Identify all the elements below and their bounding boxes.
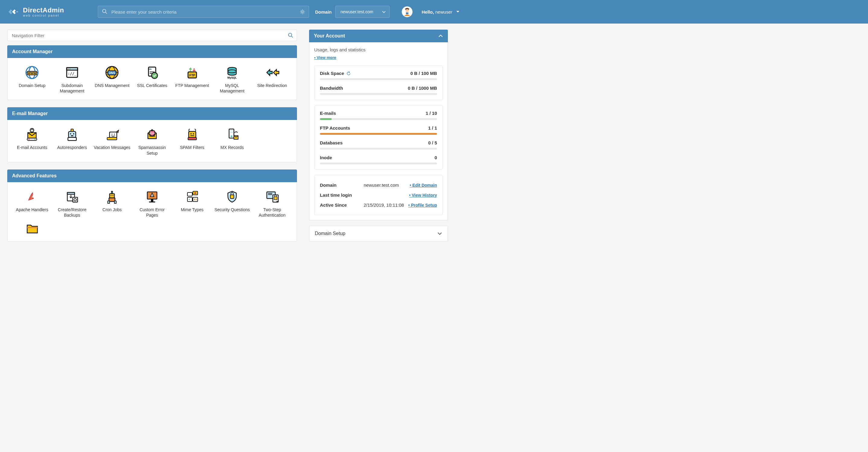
tile-spamass[interactable]: Spamassassin Setup bbox=[134, 127, 171, 156]
tile-vacation[interactable]: Vacation Messages bbox=[94, 127, 131, 156]
tile-label: Apache Handlers bbox=[16, 207, 48, 213]
tile-extra[interactable] bbox=[13, 221, 51, 235]
tile-label: Spamassassin Setup bbox=[134, 145, 171, 156]
user-menu[interactable]: Hello, newuser bbox=[422, 9, 460, 15]
security-icon bbox=[225, 190, 239, 204]
apache-icon bbox=[25, 190, 39, 204]
stat-value: 0 B / 100 MB bbox=[410, 71, 437, 76]
stat-row: Bandwidth 0 B / 1000 MB bbox=[320, 85, 437, 95]
info-link[interactable]: • Profile Setup bbox=[408, 203, 437, 207]
tile-redirect[interactable]: Site Redirection bbox=[253, 65, 291, 94]
svg-line-8 bbox=[291, 36, 293, 38]
stat-name: Bandwidth bbox=[320, 85, 343, 91]
stat-value: 0 / 5 bbox=[428, 140, 437, 145]
spamfilter-icon bbox=[185, 127, 199, 142]
search-wrap bbox=[98, 6, 309, 18]
logo-subtitle: web control panel bbox=[23, 13, 64, 17]
info-link[interactable]: • View History bbox=[409, 193, 437, 198]
refresh-icon[interactable] bbox=[346, 71, 351, 76]
tile-label: Two-Step Authentication bbox=[253, 207, 291, 218]
svg-point-7 bbox=[288, 33, 292, 36]
tile-label: Security Questions bbox=[214, 207, 250, 213]
navigation-filter-input[interactable] bbox=[7, 30, 297, 41]
mysql-icon bbox=[225, 65, 239, 80]
section-body-advanced: Apache HandlersCreate/Restore BackupsCro… bbox=[7, 182, 297, 242]
hello-prefix: Hello, bbox=[422, 9, 434, 15]
collapsed-title: Domain Setup bbox=[315, 231, 345, 236]
logo[interactable]: DirectAdmin web control panel bbox=[7, 6, 92, 18]
tile-security[interactable]: Security Questions bbox=[214, 190, 251, 218]
side-body: Usage, logs and statistics • View more D… bbox=[309, 42, 448, 220]
view-more-link[interactable]: • View more bbox=[314, 55, 336, 60]
tile-autores[interactable]: Autoresponders bbox=[54, 127, 91, 156]
spamass-icon bbox=[145, 127, 159, 142]
info-row: Active Since2/15/2019, 10:11:08• Profile… bbox=[320, 200, 437, 210]
domain-value: newuser.test.com bbox=[340, 9, 373, 14]
info-value: 2/15/2019, 10:11:08 bbox=[364, 202, 408, 207]
info-card: Domainnewuser.test.com• Edit DomainLast … bbox=[314, 175, 443, 215]
stat-value: 0 bbox=[435, 155, 437, 160]
tile-twostep[interactable]: Two-Step Authentication bbox=[253, 190, 291, 218]
tile-label: E-mail Accounts bbox=[17, 145, 47, 150]
tile-cron[interactable]: Cron Jobs bbox=[94, 190, 131, 218]
tile-apache[interactable]: Apache Handlers bbox=[13, 190, 51, 218]
tile-mx[interactable]: MX Records bbox=[214, 127, 251, 156]
tile-email-acc[interactable]: E-mail Accounts bbox=[13, 127, 51, 156]
svg-point-3 bbox=[302, 11, 303, 13]
email-acc-icon bbox=[25, 127, 39, 142]
mime-icon bbox=[185, 190, 199, 204]
tile-label: Mime Types bbox=[181, 207, 204, 213]
search-input[interactable] bbox=[98, 6, 309, 18]
tile-label: MySQL Management bbox=[214, 83, 251, 94]
side-subtitle: Usage, logs and statistics bbox=[314, 47, 443, 52]
collapsed-section-domain-setup[interactable]: Domain Setup bbox=[309, 226, 448, 242]
info-label: Active Since bbox=[320, 202, 364, 207]
stat-name: Databases bbox=[320, 140, 343, 145]
search-icon bbox=[102, 9, 107, 14]
progress-bar bbox=[320, 133, 437, 135]
side-title: Your Account bbox=[314, 33, 345, 39]
header-bar: DirectAdmin web control panel Domain new… bbox=[0, 0, 868, 24]
gear-icon[interactable] bbox=[300, 9, 305, 15]
svg-line-2 bbox=[105, 12, 107, 14]
tile-label: DNS Management bbox=[95, 83, 129, 88]
tile-dns[interactable]: DNS Management bbox=[94, 65, 131, 94]
folder-icon bbox=[25, 221, 39, 235]
ftp-icon bbox=[185, 65, 199, 80]
svg-point-1 bbox=[103, 9, 106, 13]
tile-errorpage[interactable]: Custom Error Pages bbox=[134, 190, 171, 218]
tile-label: Domain Setup bbox=[19, 83, 45, 88]
avatar[interactable] bbox=[402, 6, 412, 17]
tile-label: SSL Certificates bbox=[137, 83, 167, 88]
tile-label: Subdomain Management bbox=[54, 83, 91, 94]
domain-label: Domain bbox=[315, 9, 332, 15]
stat-row: E-mails 1 / 10 bbox=[320, 111, 437, 120]
tile-mysql[interactable]: MySQL Management bbox=[214, 65, 251, 94]
info-label: Last time login bbox=[320, 193, 364, 198]
stat-name: Disk Space bbox=[320, 71, 351, 76]
domain-select[interactable]: newuser.test.com bbox=[335, 6, 390, 18]
stat-row: Disk Space 0 B / 100 MB bbox=[320, 71, 437, 80]
stat-row: Databases 0 / 5 bbox=[320, 140, 437, 149]
tile-label: MX Records bbox=[221, 145, 244, 150]
stats-card-2: E-mails 1 / 10FTP Accounts 1 / 1Database… bbox=[314, 106, 443, 169]
tile-ssl[interactable]: SSL Certificates bbox=[134, 65, 171, 94]
tile-label: Custom Error Pages bbox=[134, 207, 171, 218]
stat-name: FTP Accounts bbox=[320, 125, 350, 131]
stat-value: 1 / 10 bbox=[426, 111, 437, 116]
svg-rect-6 bbox=[406, 12, 408, 14]
tile-browser[interactable]: Subdomain Management bbox=[54, 65, 91, 94]
tile-www[interactable]: Domain Setup bbox=[13, 65, 51, 94]
progress-bar bbox=[320, 118, 437, 120]
side-header[interactable]: Your Account bbox=[309, 30, 448, 42]
tile-backup[interactable]: Create/Restore Backups bbox=[54, 190, 91, 218]
errorpage-icon bbox=[145, 190, 159, 204]
chevron-down-icon bbox=[382, 11, 386, 13]
tile-mime[interactable]: Mime Types bbox=[174, 190, 211, 218]
ssl-icon bbox=[145, 65, 159, 80]
tile-ftp[interactable]: FTP Management bbox=[174, 65, 211, 94]
hello-user: newuser bbox=[435, 9, 453, 15]
info-link[interactable]: • Edit Domain bbox=[410, 183, 437, 188]
section-body-account: Domain SetupSubdomain ManagementDNS Mana… bbox=[7, 58, 297, 100]
tile-spamfilter[interactable]: SPAM Filters bbox=[174, 127, 211, 156]
